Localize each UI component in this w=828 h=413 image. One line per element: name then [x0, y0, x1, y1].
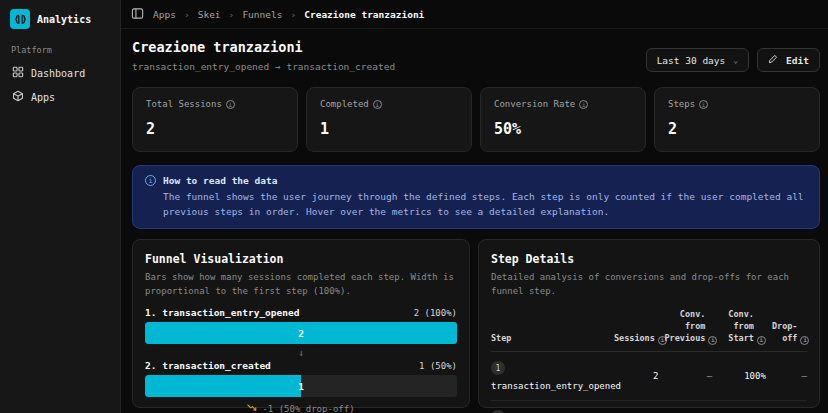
- funnel-bar-2-value: 1: [145, 375, 457, 397]
- table-row: 1 transaction_entry_opened 2 — 100% —: [491, 352, 807, 401]
- col-header-conv-start: Conv. from Starti: [712, 307, 766, 351]
- col-header-text: Drop-off: [772, 321, 798, 345]
- info-icon[interactable]: i: [579, 100, 588, 109]
- col-header-dropoff: Drop-offi: [766, 307, 807, 351]
- stat-value: 2: [146, 120, 284, 138]
- stat-card-conversion-rate: Conversion Rate i 50%: [480, 87, 646, 152]
- breadcrumb-item-funnels[interactable]: Funnels: [242, 9, 282, 20]
- col-header-text: Conv. from Start: [718, 309, 754, 345]
- stat-label-text: Completed: [320, 99, 369, 109]
- table-row: 2 transaction_created 1 50% 50% 1 (50%): [491, 401, 807, 413]
- sidebar-item-label: Dashboard: [31, 68, 85, 79]
- step-cell: 2 transaction_created: [491, 401, 608, 413]
- stat-label: Steps i: [668, 99, 806, 109]
- sessions-cell: 2: [608, 352, 659, 401]
- page-title: Creazione tranzazioni: [132, 39, 395, 55]
- page-header: Creazione tranzazioni transaction_entry_…: [132, 39, 820, 72]
- main-area: Apps › Skei › Funnels › Creazione tranza…: [121, 0, 828, 413]
- info-icon[interactable]: i: [226, 100, 235, 109]
- edit-button-label: Edit: [786, 55, 809, 66]
- dropoff-cell: 1 (50%): [766, 401, 807, 413]
- table-header-row: Step Sessionsi Conv. from Previousi Conv…: [491, 307, 807, 351]
- sidebar-item-label: Apps: [31, 92, 55, 103]
- funnel-step-2-labels: 2. transaction_created 1 (50%): [145, 360, 457, 371]
- info-icon: i: [145, 175, 156, 186]
- stat-value: 50%: [494, 120, 632, 138]
- funnel-step-2-name: 2. transaction_created: [145, 360, 271, 371]
- page-header-text: Creazione tranzazioni transaction_entry_…: [132, 39, 395, 72]
- details-panel-title: Step Details: [491, 252, 807, 266]
- info-icon[interactable]: i: [800, 336, 809, 345]
- stat-card-completed: Completed i 1: [306, 87, 472, 152]
- conv-start-cell: 100%: [712, 352, 766, 401]
- stat-label: Conversion Rate i: [494, 99, 632, 109]
- breadcrumb-separator: ›: [184, 9, 190, 20]
- info-banner-head: i How to read the data: [145, 175, 807, 186]
- page-content: Creazione tranzazioni transaction_entry_…: [121, 29, 828, 413]
- funnel-bar-1[interactable]: 2: [145, 322, 457, 344]
- breadcrumb-item-apps[interactable]: Apps: [153, 9, 176, 20]
- funnel-bar-2[interactable]: 1: [145, 375, 457, 397]
- stat-card-steps: Steps i 2: [654, 87, 820, 152]
- col-header-text: Sessions: [614, 333, 655, 345]
- breadcrumb-item-skei[interactable]: Skei: [198, 9, 221, 20]
- app-logo-row[interactable]: Analytics: [10, 9, 110, 29]
- funnel-panel-title: Funnel Visualization: [145, 252, 457, 266]
- stat-value: 2: [668, 120, 806, 138]
- info-icon[interactable]: i: [757, 336, 766, 345]
- stats-row: Total Sessions i 2 Completed i 1 Convers…: [132, 87, 820, 152]
- pencil-icon: [768, 54, 778, 66]
- funnel-dropoff-text: -1 (50% drop-off): [262, 404, 354, 413]
- step-details-table: Step Sessionsi Conv. from Previousi Conv…: [491, 307, 807, 413]
- stat-label-text: Total Sessions: [146, 99, 222, 109]
- funnel-bar-1-value: 2: [145, 322, 457, 344]
- arrow-down-icon: ↓: [145, 347, 457, 358]
- col-header-conv-previous: Conv. from Previousi: [658, 307, 712, 351]
- analytics-logo-icon: [10, 9, 30, 29]
- header-controls: Last 30 days ⌄ Edit: [646, 48, 820, 72]
- breadcrumb-separator: ›: [229, 9, 235, 20]
- edit-button[interactable]: Edit: [757, 48, 820, 72]
- stat-card-total-sessions: Total Sessions i 2: [132, 87, 298, 152]
- apps-package-icon: [12, 90, 24, 104]
- breadcrumb: Apps › Skei › Funnels › Creazione tranza…: [153, 9, 424, 20]
- conv-start-cell: 50%: [712, 401, 766, 413]
- step-badge: 1: [491, 361, 505, 375]
- info-banner: i How to read the data The funnel shows …: [132, 165, 820, 229]
- sidebar-item-apps[interactable]: Apps: [10, 85, 110, 109]
- sidebar-toggle-icon[interactable]: [131, 7, 144, 22]
- conv-previous-cell: —: [658, 352, 712, 401]
- details-panel-description: Detailed analysis of conversions and dro…: [491, 271, 807, 298]
- funnel-dropoff-note: -1 (50% drop-off): [145, 403, 457, 413]
- stat-label-text: Conversion Rate: [494, 99, 575, 109]
- col-header-sessions: Sessionsi: [608, 307, 659, 351]
- funnel-step-1-name: 1. transaction_entry_opened: [145, 307, 299, 318]
- step-details-panel: Step Details Detailed analysis of conver…: [478, 239, 820, 408]
- sidebar-item-dashboard[interactable]: Dashboard: [10, 61, 110, 85]
- step-name-text: transaction_entry_opened: [491, 381, 621, 391]
- date-range-value: Last 30 days: [657, 55, 726, 66]
- info-icon[interactable]: i: [699, 100, 708, 109]
- conv-previous-cell: 50%: [658, 401, 712, 413]
- stat-value: 1: [320, 120, 458, 138]
- info-icon[interactable]: i: [708, 336, 717, 345]
- info-banner-body: The funnel shows the user journey throug…: [163, 190, 807, 219]
- info-icon[interactable]: i: [373, 100, 382, 109]
- funnel-step-2-stat: 1 (50%): [419, 361, 457, 371]
- info-banner-title: How to read the data: [163, 175, 277, 186]
- col-header-step: Step: [491, 307, 608, 351]
- breadcrumb-separator: ›: [290, 9, 296, 20]
- breadcrumb-current: Creazione tranzazioni: [304, 9, 424, 20]
- funnel-step-1-labels: 1. transaction_entry_opened 2 (100%): [145, 307, 457, 318]
- stat-label: Completed i: [320, 99, 458, 109]
- date-range-select[interactable]: Last 30 days ⌄: [646, 48, 749, 72]
- chevron-down-icon: ⌄: [733, 56, 738, 65]
- sidebar: Analytics Platform Dashboard Apps: [0, 0, 121, 413]
- dropoff-cell: —: [766, 352, 807, 401]
- funnel-visualization-panel: Funnel Visualization Bars show how many …: [132, 239, 470, 408]
- topbar: Apps › Skei › Funnels › Creazione tranza…: [121, 0, 828, 29]
- sessions-cell: 1: [608, 401, 659, 413]
- dashboard-grid-icon: [12, 66, 24, 80]
- app-name: Analytics: [37, 14, 91, 25]
- trend-down-icon: [247, 403, 257, 413]
